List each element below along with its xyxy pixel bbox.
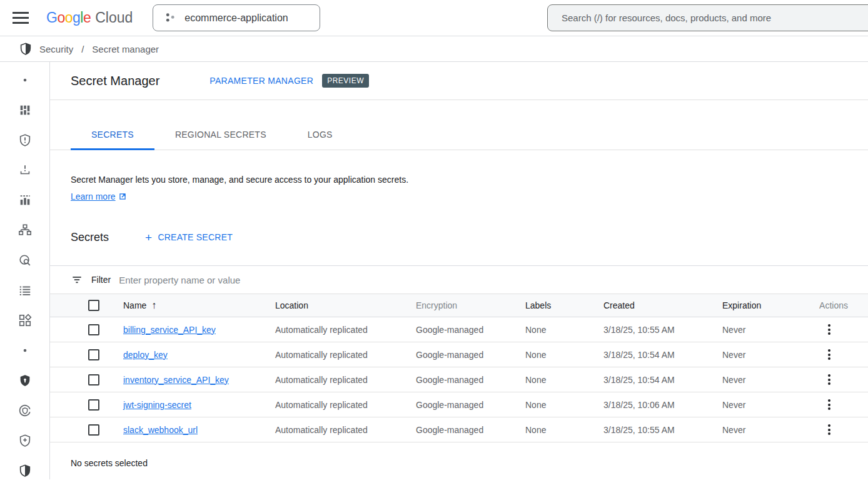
row-checkbox[interactable] xyxy=(88,424,99,436)
created-cell: 3/18/25, 10:54 AM xyxy=(603,350,722,360)
filter-label: Filter xyxy=(91,275,111,285)
google-cloud-logo[interactable]: Google Cloud xyxy=(46,9,133,26)
column-header-location: Location xyxy=(275,300,416,310)
secret-name-link[interactable]: slack_webhook_url xyxy=(123,425,275,435)
row-checkbox[interactable] xyxy=(88,349,99,360)
breadcrumb: Security / Secret manager xyxy=(0,36,868,62)
filter-icon xyxy=(71,273,83,286)
location-cell: Automatically replicated xyxy=(275,325,416,335)
encryption-cell: Google-managed xyxy=(416,325,525,335)
search-scanner-icon[interactable] xyxy=(18,253,33,268)
breadcrumb-separator: / xyxy=(80,44,85,54)
row-checkbox[interactable] xyxy=(88,374,99,386)
secret-name-link[interactable]: billing_service_API_key xyxy=(123,325,275,335)
breadcrumb-current: Secret manager xyxy=(92,44,159,54)
security-shield-icon xyxy=(19,42,33,56)
row-actions-menu-icon[interactable] xyxy=(822,422,837,437)
row-actions-menu-icon[interactable] xyxy=(822,397,837,412)
table-row: inventory_service_API_key Automatically … xyxy=(50,367,868,392)
table-row: slack_webhook_url Automatically replicat… xyxy=(50,417,868,442)
create-secret-label: CREATE SECRET xyxy=(158,232,233,242)
row-actions-menu-icon[interactable] xyxy=(822,372,837,387)
labels-cell: None xyxy=(525,375,603,385)
tab-bar: SECRETS REGIONAL SECRETS LOGS xyxy=(50,120,868,150)
dot-indicator-icon xyxy=(18,343,33,358)
shield-alert-icon[interactable] xyxy=(18,133,33,148)
location-cell: Automatically replicated xyxy=(275,350,416,360)
description-block: Secret Manager lets you store, manage, a… xyxy=(50,173,868,203)
compliance-circle-shield-icon[interactable] xyxy=(18,403,33,418)
location-cell: Automatically replicated xyxy=(275,400,416,410)
breadcrumb-section[interactable]: Security xyxy=(39,44,73,54)
column-header-expiration: Expiration xyxy=(722,300,813,310)
org-tree-icon[interactable] xyxy=(18,223,33,238)
secret-name-link[interactable]: jwt-signing-secret xyxy=(123,400,275,410)
install-alert-icon[interactable] xyxy=(18,163,33,178)
parameter-manager-link[interactable]: PARAMETER MANAGER xyxy=(209,76,313,86)
expiration-cell: Never xyxy=(722,375,813,385)
list-view-icon[interactable] xyxy=(18,283,33,298)
mosaic-dashboard-icon[interactable] xyxy=(18,103,33,118)
create-secret-button[interactable]: + CREATE SECRET xyxy=(145,232,233,243)
sort-ascending-icon: ↑ xyxy=(151,300,156,311)
description-text: Secret Manager lets you store, manage, a… xyxy=(71,173,868,186)
dot-indicator-icon xyxy=(18,73,33,88)
learn-more-link[interactable]: Learn more xyxy=(71,190,127,203)
cloud-wordmark: Cloud xyxy=(95,9,133,26)
project-name: ecommerce-application xyxy=(184,13,288,24)
encryption-cell: Google-managed xyxy=(416,425,525,435)
column-header-name[interactable]: Name ↑ xyxy=(123,300,275,311)
location-cell: Automatically replicated xyxy=(275,425,416,435)
preview-badge: PREVIEW xyxy=(322,74,369,88)
tab-secrets[interactable]: SECRETS xyxy=(71,120,154,150)
name-header-label: Name xyxy=(123,300,146,310)
labels-cell: None xyxy=(525,350,603,360)
select-all-checkbox[interactable] xyxy=(88,300,99,311)
location-cell: Automatically replicated xyxy=(275,375,416,385)
shield-half-icon[interactable] xyxy=(18,463,33,478)
column-header-actions: Actions xyxy=(819,300,868,310)
widgets-diamond-icon[interactable] xyxy=(18,313,33,328)
column-header-labels: Labels xyxy=(525,300,603,310)
created-cell: 3/18/25, 10:55 AM xyxy=(603,425,722,435)
secret-name-link[interactable]: deploy_key xyxy=(123,350,275,360)
expiration-cell: Never xyxy=(722,425,813,435)
security-products-sidebar xyxy=(0,62,50,479)
table-row: jwt-signing-secret Automatically replica… xyxy=(50,392,868,417)
hamburger-menu-icon[interactable] xyxy=(13,11,30,26)
shield-lock-filled-icon[interactable] xyxy=(18,373,33,388)
bar-chart-icon[interactable] xyxy=(18,193,33,208)
secrets-table: Filter Name ↑ Location Encryption Labels… xyxy=(50,265,868,442)
section-heading: Secrets xyxy=(71,231,109,244)
top-app-bar: Google Cloud ecommerce-application xyxy=(0,0,868,36)
row-checkbox[interactable] xyxy=(88,324,99,335)
row-actions-menu-icon[interactable] xyxy=(822,322,837,337)
encryption-cell: Google-managed xyxy=(416,350,525,360)
shield-plus-icon[interactable] xyxy=(18,433,33,448)
column-header-created: Created xyxy=(603,300,722,310)
tab-regional-secrets[interactable]: REGIONAL SECRETS xyxy=(154,120,287,150)
tab-logs[interactable]: LOGS xyxy=(287,120,353,150)
secret-name-link[interactable]: inventory_service_API_key xyxy=(123,375,275,385)
expiration-cell: Never xyxy=(722,400,813,410)
learn-more-label: Learn more xyxy=(71,190,116,203)
plus-icon: + xyxy=(145,232,152,243)
main-content: Secret Manager PARAMETER MANAGER PREVIEW… xyxy=(50,62,868,479)
filter-bar: Filter xyxy=(50,265,868,294)
created-cell: 3/18/25, 10:54 AM xyxy=(603,375,722,385)
row-checkbox[interactable] xyxy=(88,399,99,411)
google-wordmark: Google xyxy=(46,9,91,26)
project-selector[interactable]: ecommerce-application xyxy=(153,4,320,31)
created-cell: 3/18/25, 10:06 AM xyxy=(603,400,722,410)
search-input[interactable] xyxy=(547,4,868,31)
table-header-row: Name ↑ Location Encryption Labels Create… xyxy=(50,294,868,317)
page-title: Secret Manager xyxy=(71,74,159,88)
labels-cell: None xyxy=(525,400,603,410)
page-header: Secret Manager PARAMETER MANAGER PREVIEW xyxy=(50,62,868,100)
row-actions-menu-icon[interactable] xyxy=(822,347,837,362)
external-link-icon xyxy=(118,192,127,201)
filter-input[interactable] xyxy=(119,275,868,285)
table-row: deploy_key Automatically replicated Goog… xyxy=(50,342,868,367)
column-header-encryption: Encryption xyxy=(416,300,525,310)
labels-cell: None xyxy=(525,325,603,335)
